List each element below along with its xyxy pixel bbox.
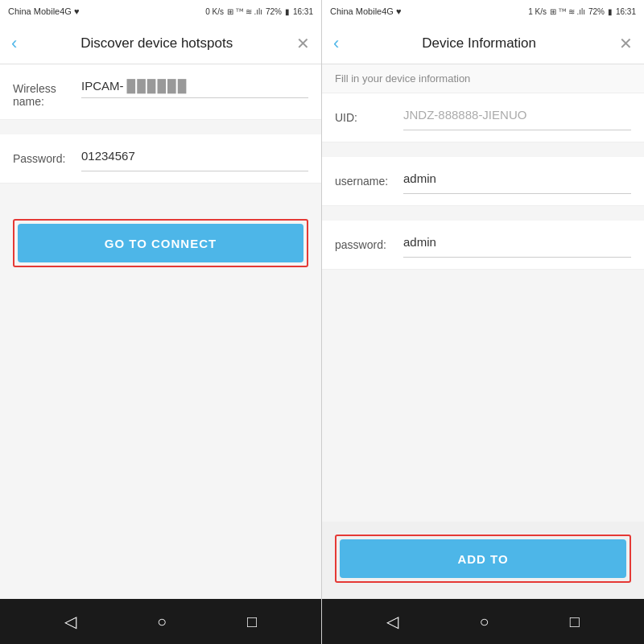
left-nav-bar: ◁ ○ □ bbox=[0, 599, 321, 644]
right-password-value[interactable]: admin bbox=[403, 235, 631, 258]
right-speed: 1 K/s bbox=[528, 7, 547, 16]
left-heart-icon: ♥ bbox=[74, 6, 80, 16]
right-status-left: China Mobile4G ♥ bbox=[330, 6, 401, 16]
right-gap1 bbox=[322, 142, 644, 157]
password-row: Password: 01234567 bbox=[0, 134, 321, 184]
right-nav-bar: ◁ ○ □ bbox=[322, 599, 644, 644]
gap2 bbox=[0, 184, 321, 206]
right-status-right: 1 K/s ⊞ ᵀᴹ ≋ .ılı 72% ▮ 16:31 bbox=[528, 7, 636, 16]
left-status-bar: China Mobile4G ♥ 0 K/s ⊞ ᵀᴹ ≋ .ılı 72% ▮… bbox=[0, 0, 321, 23]
wireless-label: Wireless name: bbox=[13, 79, 81, 108]
left-status-left: China Mobile4G ♥ bbox=[8, 6, 79, 16]
wireless-masked: ██████ bbox=[127, 79, 188, 93]
left-phone-screen: China Mobile4G ♥ 0 K/s ⊞ ᵀᴹ ≋ .ılı 72% ▮… bbox=[0, 0, 322, 644]
right-spacer bbox=[322, 270, 644, 522]
right-home-nav-icon[interactable]: ○ bbox=[479, 613, 489, 631]
username-label: username: bbox=[335, 171, 403, 188]
username-value[interactable]: admin bbox=[403, 171, 631, 194]
left-status-right: 0 K/s ⊞ ᵀᴹ ≋ .ılı 72% ▮ 16:31 bbox=[205, 7, 313, 16]
add-to-highlight: ADD TO bbox=[335, 535, 631, 583]
right-carrier: China Mobile4G bbox=[330, 6, 394, 16]
left-battery-icon: ▮ bbox=[285, 7, 290, 16]
right-gap2 bbox=[322, 206, 644, 221]
right-time: 16:31 bbox=[616, 7, 636, 16]
wireless-value: IPCAM- bbox=[81, 79, 124, 93]
right-screen-title: Device Information bbox=[422, 35, 536, 52]
uid-value[interactable]: JNDZ-888888-JIENUO bbox=[403, 108, 631, 130]
right-recents-nav-icon[interactable]: □ bbox=[570, 613, 580, 631]
right-heart-icon: ♥ bbox=[396, 6, 402, 16]
left-content: Wireless name: IPCAM- ██████ Password: 0… bbox=[0, 64, 321, 599]
left-back-button[interactable]: ‹ bbox=[11, 33, 17, 54]
right-subtitle: Fill in your device information bbox=[322, 64, 644, 93]
left-close-button[interactable]: ✕ bbox=[296, 34, 310, 53]
left-carrier: China Mobile4G bbox=[8, 6, 72, 16]
right-back-button[interactable]: ‹ bbox=[333, 33, 339, 54]
right-battery-icon: ▮ bbox=[608, 7, 613, 16]
add-to-button[interactable]: ADD TO bbox=[340, 539, 626, 578]
username-row: username: admin bbox=[322, 157, 644, 206]
right-signal-icon: ⊞ ᵀᴹ ≋ .ılı bbox=[550, 7, 585, 16]
right-close-button[interactable]: ✕ bbox=[619, 34, 633, 53]
left-screen-title: Discover device hotspots bbox=[80, 35, 233, 52]
add-to-area: ADD TO bbox=[322, 522, 644, 599]
left-signal-icon: ⊞ ᵀᴹ ≋ .ılı bbox=[227, 7, 262, 16]
left-spacer bbox=[0, 280, 321, 599]
connect-button[interactable]: GO TO CONNECT bbox=[18, 224, 303, 262]
uid-label: UID: bbox=[335, 108, 403, 124]
left-speed: 0 K/s bbox=[205, 7, 224, 16]
right-phone-screen: China Mobile4G ♥ 1 K/s ⊞ ᵀᴹ ≋ .ılı 72% ▮… bbox=[322, 0, 644, 644]
right-title-bar: ‹ Device Information ✕ bbox=[322, 23, 644, 64]
right-password-row: password: admin bbox=[322, 221, 644, 270]
right-status-bar: China Mobile4G ♥ 1 K/s ⊞ ᵀᴹ ≋ .ılı 72% ▮… bbox=[322, 0, 644, 23]
password-label: Password: bbox=[13, 149, 81, 165]
connect-button-highlight: GO TO CONNECT bbox=[13, 219, 308, 267]
uid-row: UID: JNDZ-888888-JIENUO bbox=[322, 93, 644, 142]
left-battery: 72% bbox=[266, 7, 282, 16]
left-back-nav-icon[interactable]: ◁ bbox=[64, 612, 76, 631]
right-content: UID: JNDZ-888888-JIENUO username: admin … bbox=[322, 93, 644, 599]
left-time: 16:31 bbox=[293, 7, 313, 16]
right-back-nav-icon[interactable]: ◁ bbox=[386, 612, 398, 631]
right-battery: 72% bbox=[588, 7, 605, 16]
wireless-name-row: Wireless name: IPCAM- ██████ bbox=[0, 64, 321, 120]
left-title-bar: ‹ Discover device hotspots ✕ bbox=[0, 23, 321, 64]
password-value[interactable]: 01234567 bbox=[81, 149, 308, 171]
right-password-label: password: bbox=[335, 235, 403, 251]
left-home-nav-icon[interactable]: ○ bbox=[157, 613, 167, 631]
gap1 bbox=[0, 120, 321, 134]
left-recents-nav-icon[interactable]: □ bbox=[247, 613, 257, 631]
subtitle-text: Fill in your device information bbox=[335, 72, 470, 85]
